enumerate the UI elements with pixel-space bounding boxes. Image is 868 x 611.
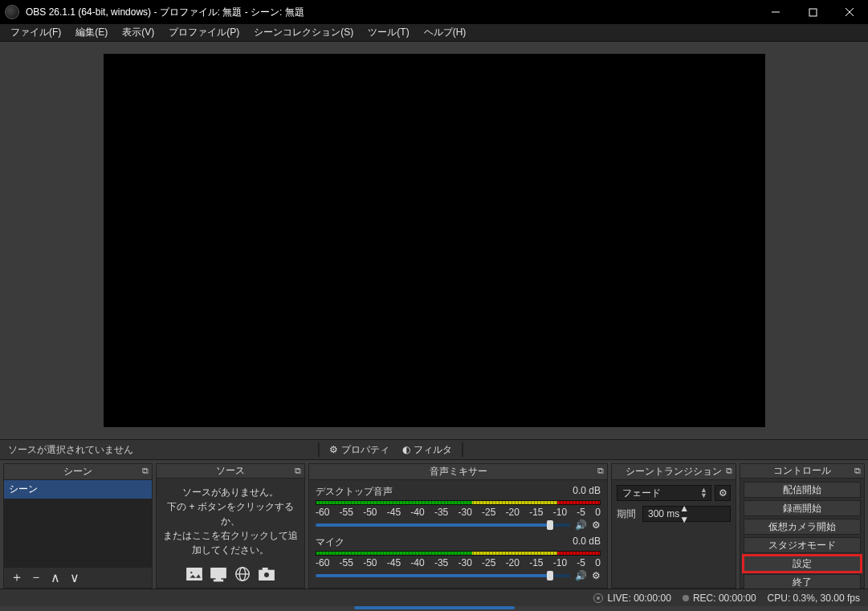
no-source-label: ソースが選択されていません [0, 443, 141, 457]
svg-rect-1 [809, 9, 817, 16]
menu-file[interactable]: ファイル(F) [3, 23, 68, 42]
minimize-button[interactable] [757, 0, 794, 24]
camera-icon [258, 565, 275, 583]
dragbar [0, 606, 868, 611]
scene-down-button[interactable]: ∨ [65, 569, 84, 587]
filters-button[interactable]: ◐ フィルタ [396, 442, 458, 458]
audio-scale: -60-55-50-45-40-35-30-25-20-15-10-50 [316, 507, 601, 518]
add-scene-button[interactable]: ＋ [7, 569, 26, 587]
menu-tools[interactable]: ツール(T) [361, 23, 416, 42]
image-icon [185, 565, 203, 583]
menu-view[interactable]: 表示(V) [115, 23, 161, 42]
duration-label: 期間 [617, 507, 639, 521]
menu-edit[interactable]: 編集(E) [68, 23, 115, 42]
start-recording-button[interactable]: 録画開始 [744, 500, 861, 516]
studio-mode-button[interactable]: スタジオモード [744, 537, 861, 553]
rec-icon [683, 595, 689, 601]
transitions-header: シーントランジション ⧉ [612, 464, 736, 480]
preview-area [0, 42, 868, 439]
popout-icon[interactable]: ⧉ [295, 466, 301, 476]
track-name: デスクトップ音声 [316, 485, 393, 499]
app-icon [5, 5, 19, 19]
close-button[interactable] [831, 0, 868, 24]
drag-handle[interactable] [354, 606, 515, 609]
scene-up-button[interactable]: ∧ [46, 569, 65, 587]
settings-button[interactable]: 設定 [744, 556, 861, 572]
svg-rect-8 [214, 580, 223, 580]
svg-point-5 [190, 571, 194, 574]
start-streaming-button[interactable]: 配信開始 [744, 482, 861, 498]
mixer-track-desktop: デスクトップ音声 0.0 dB -60-55-50-45-40-35-30-25… [316, 485, 601, 531]
track-level: 0.0 dB [573, 536, 601, 549]
scene-list[interactable]: シーン [4, 480, 152, 567]
scenes-header: シーン ⧉ [4, 464, 152, 480]
popout-icon[interactable]: ⧉ [854, 466, 861, 476]
popout-icon[interactable]: ⧉ [597, 466, 604, 476]
cpu-status: CPU: 0.3%, 30.00 fps [768, 593, 860, 604]
panels-row: シーン ⧉ シーン ＋ － ∧ ∨ ソース ⧉ ソースがありません。 下の + … [0, 460, 868, 589]
transition-select[interactable]: フェード ▲▼ [617, 485, 711, 501]
track-level: 0.0 dB [573, 485, 601, 499]
transitions-panel: シーントランジション ⧉ フェード ▲▼ ⚙ 期間 300 ms ▲▼ [611, 463, 736, 589]
globe-icon [234, 565, 251, 583]
preview-canvas[interactable] [104, 54, 765, 427]
transition-settings-button[interactable]: ⚙ [715, 485, 731, 501]
menu-profile[interactable]: プロファイル(P) [161, 23, 247, 42]
scene-item[interactable]: シーン [4, 480, 152, 499]
source-toolbar: ソースが選択されていません ⚙ プロパティ ◐ フィルタ [0, 439, 868, 460]
popout-icon[interactable]: ⧉ [726, 466, 732, 476]
menu-scene-collection[interactable]: シーンコレクション(S) [247, 23, 361, 42]
live-icon [593, 593, 603, 603]
mixer-track-mic: マイク 0.0 dB -60-55-50-45-40-35-30-25-20-1… [316, 536, 601, 581]
menu-help[interactable]: ヘルプ(H) [417, 23, 474, 42]
audio-meter [316, 500, 601, 505]
duration-input[interactable]: 300 ms ▲▼ [642, 506, 731, 522]
properties-button[interactable]: ⚙ プロパティ [323, 442, 396, 458]
speaker-icon[interactable]: 🔊 [575, 519, 587, 531]
controls-header: コントロール ⧉ [740, 464, 864, 479]
popout-icon[interactable]: ⧉ [142, 466, 149, 476]
mixer-header: 音声ミキサー ⧉ [309, 464, 607, 480]
svg-rect-13 [263, 568, 267, 571]
audio-meter [316, 551, 601, 556]
svg-rect-6 [211, 568, 226, 578]
track-name: マイク [316, 536, 344, 549]
gear-icon: ⚙ [719, 487, 727, 499]
titlebar: OBS 26.1.1 (64-bit, windows) - プロファイル: 無… [0, 0, 868, 24]
audio-scale: -60-55-50-45-40-35-30-25-20-15-10-50 [316, 557, 601, 568]
start-virtual-camera-button[interactable]: 仮想カメラ開始 [744, 519, 861, 535]
filter-icon: ◐ [402, 444, 410, 455]
menubar: ファイル(F) 編集(E) 表示(V) プロファイル(P) シーンコレクション(… [0, 24, 868, 42]
exit-button[interactable]: 終了 [744, 574, 861, 590]
speaker-icon[interactable]: 🔊 [575, 570, 587, 581]
updown-icon: ▲▼ [679, 503, 689, 525]
live-status: LIVE: 00:00:00 [593, 593, 670, 604]
statusbar: LIVE: 00:00:00 REC: 00:00:00 CPU: 0.3%, … [0, 589, 868, 606]
scenes-panel: シーン ⧉ シーン ＋ － ∧ ∨ [3, 463, 153, 589]
controls-panel: コントロール ⧉ 配信開始 録画開始 仮想カメラ開始 スタジオモード 設定 終了 [740, 463, 865, 589]
gear-icon: ⚙ [329, 444, 338, 455]
volume-slider[interactable] [316, 523, 570, 527]
updown-icon: ▲▼ [700, 487, 707, 499]
remove-scene-button[interactable]: － [26, 569, 46, 587]
sources-body[interactable]: ソースがありません。 下の + ボタンをクリックするか、 またはここを右クリック… [157, 479, 304, 589]
svg-point-14 [263, 572, 269, 577]
gear-icon[interactable]: ⚙ [592, 570, 601, 581]
mixer-panel: 音声ミキサー ⧉ デスクトップ音声 0.0 dB -60-55-50-45-40… [308, 463, 608, 589]
gear-icon[interactable]: ⚙ [592, 519, 601, 531]
monitor-icon [210, 565, 227, 583]
sources-header: ソース ⧉ [157, 464, 304, 479]
rec-status: REC: 00:00:00 [683, 593, 756, 604]
window-title: OBS 26.1.1 (64-bit, windows) - プロファイル: 無… [26, 6, 757, 19]
volume-slider[interactable] [316, 574, 570, 577]
sources-panel: ソース ⧉ ソースがありません。 下の + ボタンをクリックするか、 またはここ… [156, 463, 305, 589]
maximize-button[interactable] [794, 0, 831, 24]
